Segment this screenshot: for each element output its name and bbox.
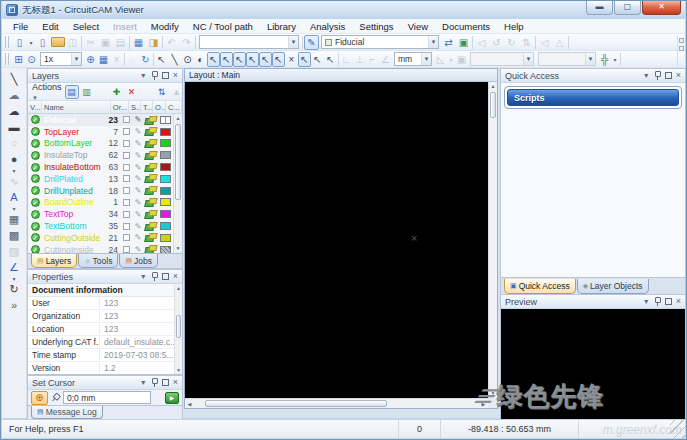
layer-row-boardoutline[interactable]: ✓ BoardOutline 1 ✎ (28, 197, 173, 209)
rotate-tool[interactable]: ↻ (5, 281, 23, 297)
menu-help[interactable]: Help (497, 20, 531, 33)
select-mode-2-button[interactable]: ↖ (220, 52, 233, 67)
layer-color-swatch[interactable] (160, 116, 171, 124)
chevron-down-icon[interactable]: ▼ (288, 36, 298, 48)
layer-pen-icon[interactable]: ✎ (132, 186, 144, 195)
select-line-button[interactable]: ╲ (168, 52, 181, 67)
canvas-vertical-scrollbar[interactable]: ▲▼ (488, 82, 497, 398)
print-button[interactable]: ▦ (131, 35, 146, 50)
layer-checkbox[interactable] (123, 199, 130, 206)
sort-layers-button[interactable]: ⇅ (155, 85, 169, 99)
select-mode-4-button[interactable]: ↖ (246, 52, 259, 67)
menu-select[interactable]: Select (66, 20, 106, 33)
layer-objects-icon[interactable] (144, 185, 157, 197)
select-mode-3-button[interactable]: ↖ (233, 52, 246, 67)
layer-pen-icon[interactable]: ✎ (132, 127, 144, 136)
barcode-tool[interactable]: ▩ (5, 227, 23, 243)
layer-checkbox[interactable] (123, 175, 130, 182)
layer-row-bottomlayer[interactable]: ✓ BottomLayer 12 ✎ (28, 138, 173, 150)
layer-color-swatch[interactable] (160, 175, 171, 183)
layer-objects-icon[interactable] (144, 208, 157, 220)
select-mode-5-button[interactable]: ↖ (259, 52, 272, 67)
layer-row-cuttinginside[interactable]: ✓ CuttingInside 24 ✎ (28, 244, 173, 253)
matrix-tool[interactable]: ▦ (5, 211, 23, 227)
target-cursor-button[interactable]: ⊕ (31, 391, 48, 405)
layer-checkbox[interactable] (123, 246, 130, 253)
layer-visible-icon[interactable]: ✓ (31, 163, 40, 172)
close-icon[interactable]: × (173, 273, 178, 280)
layer-row-drillunplated[interactable]: ✓ DrillUnplated 18 ✎ (28, 185, 173, 197)
layer-objects-icon[interactable] (144, 197, 157, 209)
layer-pen-icon[interactable]: ✎ (132, 222, 144, 231)
prop-row-location[interactable]: Location 123 (28, 323, 174, 336)
new-dropdown[interactable]: ▾ (27, 35, 35, 50)
assign-path-icon[interactable]: ⇄ (441, 35, 456, 50)
actions-menu-button[interactable]: Actions ▼ (30, 82, 64, 102)
layer-pen-icon[interactable]: ✎ (132, 151, 144, 160)
text-tool[interactable]: A (5, 189, 23, 205)
layer-visible-icon[interactable]: ✓ (31, 186, 40, 195)
toolbar-grip[interactable] (5, 53, 9, 65)
layer-checkbox[interactable] (123, 128, 130, 135)
prop-row-user[interactable]: User 123 (28, 297, 174, 310)
layer-objects-icon[interactable] (144, 126, 157, 138)
layer-objects-icon[interactable] (144, 232, 157, 244)
layer-pen-icon[interactable]: ✎ (132, 233, 144, 242)
layer-row-textbottom[interactable]: ✓ TextBottom 35 ✎ (28, 220, 173, 232)
panel-menu-icon[interactable]: ▼ (643, 72, 650, 79)
delete-layer-button[interactable]: ✕ (125, 85, 139, 99)
layer-row-texttop[interactable]: ✓ TextTop 34 ✎ (28, 208, 173, 220)
chevron-down-icon[interactable]: ▼ (421, 53, 431, 65)
pin-icon[interactable] (151, 272, 158, 281)
print-preview-button[interactable]: ◨ (146, 35, 161, 50)
layer-visible-icon[interactable]: ✓ (31, 245, 40, 253)
layer-color-swatch[interactable] (160, 234, 171, 242)
float-icon[interactable] (162, 379, 169, 386)
layer-objects-icon[interactable] (144, 173, 157, 185)
layer-objects-icon[interactable] (144, 244, 157, 253)
select-pointer-button[interactable]: ↖ (155, 52, 168, 67)
layer-visible-icon[interactable]: ✓ (31, 174, 40, 183)
layout-view-header[interactable]: Layout : Main (185, 69, 497, 82)
toolbar-grip[interactable] (5, 36, 9, 48)
add-layer-button[interactable]: ✚ (110, 85, 124, 99)
layers-scrollbar[interactable]: ▲▼ (173, 114, 182, 253)
layer-visible-icon[interactable]: ✓ (31, 222, 40, 231)
column-header[interactable]: V... (28, 101, 42, 113)
move-tool-button[interactable]: ╬ (598, 52, 611, 67)
select-area-button[interactable]: ⊙ (181, 52, 194, 67)
edit-fiducial-button[interactable]: ✎ (304, 35, 319, 50)
column-header[interactable]: Or... (111, 101, 129, 113)
line-tool[interactable]: ╲ (5, 71, 23, 87)
layer-visible-icon[interactable]: ✓ (31, 210, 40, 219)
insert-layer-button[interactable]: ▤ (65, 85, 79, 99)
layer-objects-icon[interactable] (144, 149, 157, 161)
layer-color-swatch[interactable] (160, 198, 171, 206)
layer-pen-icon[interactable]: ✎ (132, 115, 144, 124)
layer-objects-icon[interactable] (144, 114, 157, 126)
menu-settings[interactable]: Settings (352, 20, 400, 33)
float-icon[interactable] (665, 298, 672, 305)
float-icon[interactable] (162, 72, 169, 79)
layer-color-swatch[interactable] (160, 128, 171, 136)
tab-jobs[interactable]: ▤Jobs (119, 254, 158, 268)
tab-layer-objects[interactable]: ◈Layer Objects (577, 279, 649, 294)
duplicate-layer-button[interactable]: ▥ (80, 85, 94, 99)
measure-tool[interactable]: ∠ (5, 259, 23, 275)
contrast-button[interactable]: ◐ (194, 52, 207, 67)
layer-checkbox[interactable] (123, 211, 130, 218)
layer-row-drillplated[interactable]: ✓ DrillPlated 13 ✎ (28, 173, 173, 185)
preview-canvas[interactable] (501, 309, 685, 419)
open-button[interactable] (50, 35, 65, 50)
layer-row-fiducial[interactable]: ✓ Fiducial 23 ✎ (28, 114, 173, 126)
prop-row-organization[interactable]: Organization 123 (28, 310, 174, 323)
layer-visible-icon[interactable]: ✓ (31, 198, 40, 207)
layer-checkbox[interactable] (123, 187, 130, 194)
fiducial-combobox[interactable]: Fiducial ▼ (321, 35, 439, 49)
tab-quick-access[interactable]: ▣Quick Access (504, 279, 576, 294)
prop-row-timestamp[interactable]: Time stamp 2019-07-03 08:5... (28, 349, 174, 362)
layer-pen-icon[interactable]: ✎ (132, 198, 144, 207)
new-button[interactable]: ▯ (12, 35, 27, 50)
close-icon[interactable]: × (676, 72, 681, 79)
move-tool-dropdown[interactable]: ▾ (611, 52, 619, 67)
